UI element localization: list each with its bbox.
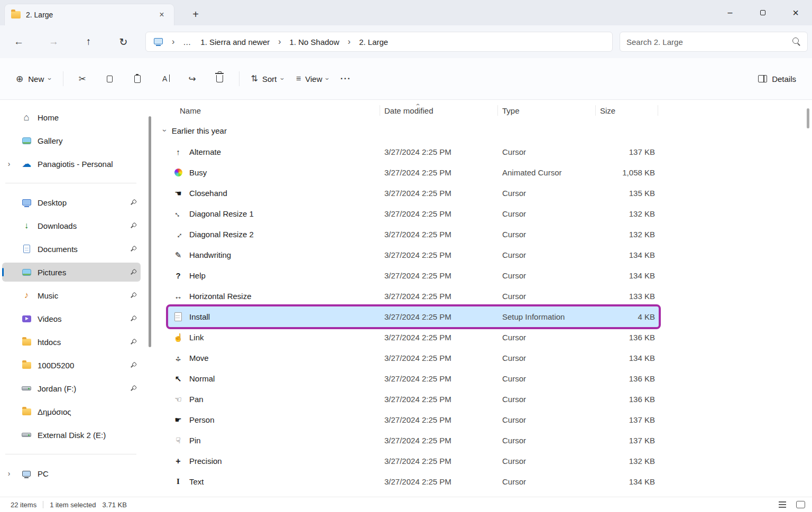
file-row-text[interactable]: IText3/27/2024 2:25 PMCursor134 KB [168, 471, 659, 492]
column-header-name[interactable]: Name [168, 100, 384, 120]
file-row-diagonal-resize-1[interactable]: ↔Diagonal Resize 13/27/2024 2:25 PMCurso… [168, 203, 659, 224]
file-name: Install [189, 312, 210, 321]
breadcrumb-ellipsis[interactable]: … [179, 35, 195, 49]
copy-button[interactable] [98, 69, 122, 89]
new-tab-button[interactable]: + [188, 6, 204, 22]
ibeam-icon: I [173, 477, 183, 487]
file-row-busy[interactable]: Busy3/27/2024 2:25 PMAnimated Cursor1,05… [168, 162, 659, 183]
breadcrumb-item[interactable]: 1. Sierra and newer [196, 35, 274, 49]
sidebar-item-videos[interactable]: ›Videos [2, 309, 141, 328]
breadcrumb-item[interactable]: 1. No Shadow [285, 35, 344, 49]
file-row-pin[interactable]: ☟Pin3/27/2024 2:25 PMCursor137 KB [168, 430, 659, 451]
file-name-cell: ↑Alternate [168, 147, 384, 157]
breadcrumb-item[interactable]: 2. Large [355, 35, 392, 49]
share-button[interactable]: ↪ [180, 69, 205, 89]
up-button[interactable]: ↑ [79, 32, 98, 52]
forward-button[interactable]: → [44, 32, 63, 52]
address-bar[interactable]: › … 1. Sierra and newer › 1. No Shadow ›… [145, 32, 613, 52]
file-row-closehand[interactable]: ☚Closehand3/27/2024 2:25 PMCursor135 KB [168, 183, 659, 203]
file-row-link[interactable]: ☝Link3/27/2024 2:25 PMCursor136 KB [168, 327, 659, 348]
tab-close-icon[interactable]: × [156, 9, 168, 21]
explorer-tab[interactable]: 2. Large × [4, 4, 174, 25]
sort-button[interactable]: ⇅ Sort › [245, 70, 290, 88]
file-row-handwriting[interactable]: ✎Handwriting3/27/2024 2:25 PMCursor134 K… [168, 245, 659, 265]
column-divider[interactable] [497, 105, 498, 116]
sidebar-item-jordan-f[interactable]: ›Jordan (F:) [2, 379, 141, 398]
details-button[interactable]: Details [752, 70, 802, 88]
file-row-normal[interactable]: ↖Normal3/27/2024 2:25 PMCursor136 KB [168, 368, 659, 389]
details-view-toggle[interactable] [776, 499, 789, 510]
column-divider[interactable] [380, 105, 380, 116]
chevron-down-icon[interactable]: › [161, 129, 169, 132]
sidebar-item-δημόσιος[interactable]: ›Δημόσιος [2, 402, 141, 421]
column-header-type[interactable]: Type [502, 100, 600, 120]
toolbar-separator [239, 71, 239, 86]
sidebar-item-100d5200[interactable]: ›100D5200 [2, 356, 141, 375]
sidebar-item-desktop[interactable]: ›Desktop [2, 193, 141, 212]
file-row-diagonal-resize-2[interactable]: ↔Diagonal Resize 23/27/2024 2:25 PMCurso… [168, 224, 659, 245]
file-row-pan[interactable]: ☜Pan3/27/2024 2:25 PMCursor136 KB [168, 389, 659, 409]
sidebar-item-documents[interactable]: ›Documents [2, 239, 141, 258]
chevron-right-icon[interactable]: › [2, 469, 16, 478]
minimize-button[interactable]: – [714, 0, 746, 25]
sidebar-item-panagiotis-personal[interactable]: ›☁Panagiotis - Personal [2, 154, 141, 173]
details-pane-icon [758, 75, 767, 82]
file-row-move[interactable]: ↔Move3/27/2024 2:25 PMCursor134 KB [168, 348, 659, 368]
column-header-date-modified[interactable]: Date modified [384, 100, 502, 120]
sidebar-item-external-disk-2-e[interactable]: ›External Disk 2 (E:) [2, 425, 141, 444]
column-divider[interactable] [658, 105, 658, 116]
chevron-down-icon: › [47, 78, 53, 80]
refresh-button[interactable]: ↻ [114, 32, 133, 52]
sidebar-item-htdocs[interactable]: ›htdocs [2, 332, 141, 351]
sidebar-item-gallery[interactable]: ›Gallery [2, 131, 141, 150]
thumbnail-view-toggle[interactable] [794, 499, 807, 510]
videos-icon [20, 315, 33, 322]
column-divider[interactable] [595, 105, 596, 116]
maximize-button[interactable] [746, 0, 779, 25]
more-options-button[interactable]: ··· [335, 69, 356, 89]
file-row-person[interactable]: ☛Person3/27/2024 2:25 PMCursor137 KB [168, 409, 659, 430]
file-row-precision[interactable]: +Precision3/27/2024 2:25 PMCursor132 KB [168, 451, 659, 471]
sidebar-item-home[interactable]: ›⌂Home [2, 108, 141, 127]
file-date: 3/27/2024 2:25 PM [384, 333, 502, 342]
file-size: 134 KB [600, 271, 659, 280]
file-row-alternate[interactable]: ↑Alternate3/27/2024 2:25 PMCursor137 KB [168, 142, 659, 162]
chevron-right-icon[interactable]: › [275, 38, 284, 46]
delete-button[interactable] [208, 69, 232, 89]
new-button[interactable]: ⊕ New › [10, 70, 58, 88]
sidebar-item-pictures[interactable]: ›Pictures [2, 263, 141, 282]
file-row-horizontal-resize[interactable]: ↔Horizontal Resize3/27/2024 2:25 PMCurso… [168, 286, 659, 306]
search-icon[interactable] [792, 38, 801, 46]
sidebar-item-music[interactable]: ›♪Music [2, 286, 141, 305]
sidebar-scrollbar[interactable] [149, 116, 151, 347]
pin-icon [127, 313, 140, 325]
close-button[interactable]: × [779, 0, 812, 25]
file-date: 3/27/2024 2:25 PM [384, 230, 502, 239]
back-button[interactable]: ← [9, 32, 29, 52]
file-type: Cursor [502, 415, 600, 424]
sidebar-item-pc[interactable]: ›PC [2, 464, 141, 483]
search-input[interactable] [626, 38, 792, 46]
search-box[interactable] [620, 32, 808, 52]
file-name: Pin [189, 436, 201, 445]
file-row-help[interactable]: ?Help3/27/2024 2:25 PMCursor134 KB [168, 265, 659, 286]
this-pc-icon[interactable] [154, 38, 163, 44]
view-button[interactable]: ≡ View › [290, 70, 335, 88]
chevron-right-icon[interactable]: › [169, 38, 178, 46]
sidebar-item-label: Videos [38, 314, 129, 323]
chevron-right-icon[interactable]: › [2, 160, 16, 168]
file-type: Cursor [502, 230, 600, 239]
pin-icon [127, 290, 140, 302]
sidebar-item-label: Music [38, 291, 129, 300]
rename-button[interactable]: A [153, 69, 177, 89]
downloads-icon: ↓ [20, 221, 33, 230]
file-name: Help [189, 271, 206, 280]
group-header[interactable]: › Earlier this year [164, 122, 805, 139]
column-header-size[interactable]: Size [600, 100, 659, 120]
file-row-install[interactable]: Install3/27/2024 2:25 PMSetup Informatio… [168, 306, 659, 327]
paste-button[interactable] [125, 69, 150, 89]
sidebar-item-downloads[interactable]: ›↓Downloads [2, 216, 141, 235]
file-list-scrollbar[interactable] [807, 108, 809, 128]
cut-button[interactable]: ✂ [70, 69, 95, 89]
chevron-right-icon[interactable]: › [345, 38, 354, 46]
